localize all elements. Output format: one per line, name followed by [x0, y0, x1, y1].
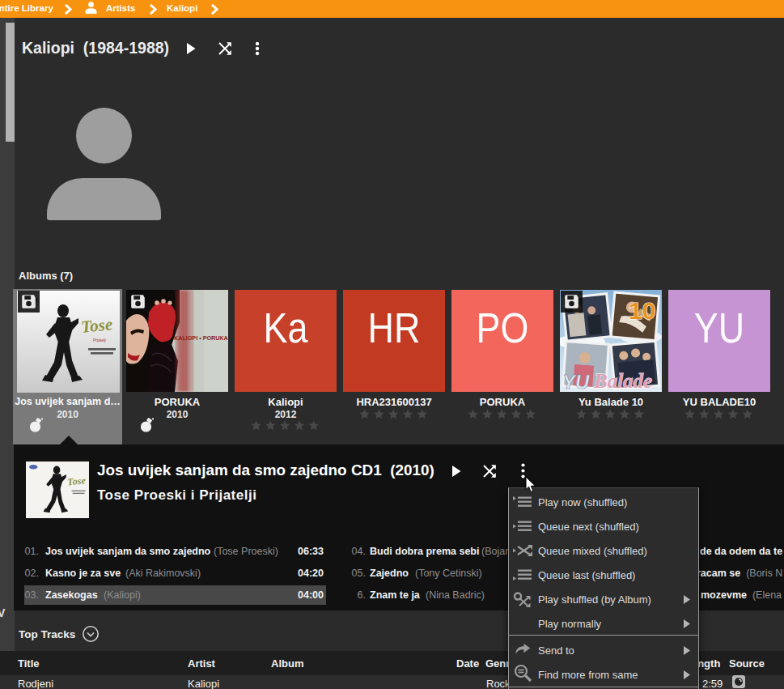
- svg-text:Tose: Tose: [80, 314, 113, 337]
- svg-text:KALIOPI • PORUKA: KALIOPI • PORUKA: [174, 334, 228, 342]
- svg-text:Balade: Balade: [593, 370, 652, 392]
- svg-text:YU: YU: [562, 371, 590, 392]
- svg-text:Tose: Tose: [66, 474, 87, 487]
- svg-text:Prijatelji: Prijatelji: [93, 338, 106, 342]
- svg-text:10: 10: [629, 297, 655, 324]
